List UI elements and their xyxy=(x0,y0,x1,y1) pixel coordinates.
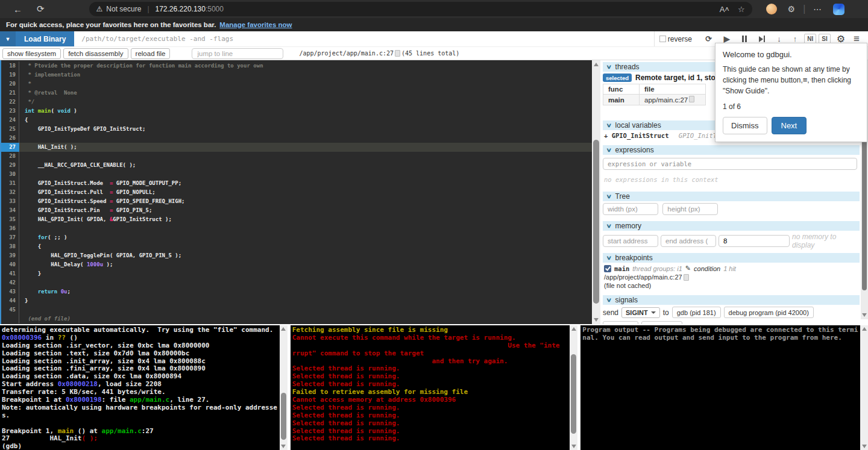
back-icon[interactable]: ← xyxy=(13,4,22,14)
line-number[interactable]: 26 xyxy=(1,134,19,143)
line-number[interactable]: 34 xyxy=(1,206,19,215)
scroll-down-arrow[interactable] xyxy=(862,445,867,448)
breakpoints-section-header[interactable]: ∨ breakpoints xyxy=(603,253,860,263)
scroll-thumb[interactable] xyxy=(862,118,867,290)
program-output-console[interactable]: Program output -- Programs being debugge… xyxy=(580,325,860,450)
scroll-up-arrow[interactable] xyxy=(281,327,286,331)
memory-section-header[interactable]: ∨ memory xyxy=(603,221,860,231)
line-number[interactable]: 41 xyxy=(1,269,19,278)
tree-section-header[interactable]: ∨ Tree xyxy=(603,192,860,201)
scroll-thumb[interactable] xyxy=(593,140,599,304)
memory-bytes-input[interactable] xyxy=(719,235,790,247)
load-binary-button[interactable]: Load Binary xyxy=(16,31,74,46)
line-number[interactable]: 44 xyxy=(1,296,19,305)
edit-condition-icon[interactable]: ✎ xyxy=(685,264,691,272)
dismiss-button[interactable]: Dismiss xyxy=(723,117,767,134)
gdb-console-scrollbar[interactable] xyxy=(280,325,288,450)
restart-icon[interactable]: ⟳ xyxy=(705,34,712,43)
line-number[interactable]: 28 xyxy=(1,152,19,161)
source-scrollbar[interactable] xyxy=(592,60,600,324)
line-number[interactable]: 20 xyxy=(1,80,19,89)
read-aloud-icon[interactable]: A˄ xyxy=(720,5,729,14)
line-number[interactable]: 38 xyxy=(1,242,19,251)
copilot-icon[interactable] xyxy=(833,4,844,15)
binary-path-input[interactable] xyxy=(74,31,654,46)
signals-section-header[interactable]: ∨ signals xyxy=(603,295,860,305)
jump-to-line-input[interactable] xyxy=(192,48,283,59)
line-number[interactable]: 33 xyxy=(1,197,19,206)
pause-icon[interactable] xyxy=(742,36,747,42)
line-number[interactable]: 32 xyxy=(1,188,19,197)
send-to-program-button[interactable]: debug program (pid 42000) xyxy=(724,307,814,318)
breakpoint-condition-link[interactable]: condition xyxy=(694,265,720,272)
manage-favorites-link[interactable]: Manage favorites now xyxy=(219,21,292,28)
gdb-console[interactable]: determining executable automatically. Tr… xyxy=(0,325,280,450)
signal-select[interactable]: SIGINT xyxy=(621,307,660,318)
line-number[interactable]: 37 xyxy=(1,233,19,242)
address-bar[interactable]: ⚠ Not secure | 172.26.220.130 :5000 A˄ ☆ xyxy=(89,2,752,16)
line-number[interactable]: 31 xyxy=(1,179,19,188)
breakpoint-checkbox[interactable] xyxy=(604,265,611,272)
line-number[interactable]: 42 xyxy=(1,278,19,287)
reload-file-button[interactable]: reload file xyxy=(131,48,171,59)
scroll-thumb[interactable] xyxy=(571,354,576,434)
show-filesystem-button[interactable]: show filesystem xyxy=(2,48,61,59)
line-number[interactable]: 39 xyxy=(1,251,19,260)
copy-breakpoint-path-icon[interactable] xyxy=(684,274,689,281)
favorite-star-icon[interactable]: ☆ xyxy=(738,5,745,14)
memory-start-input[interactable] xyxy=(603,235,658,247)
next-button[interactable]: Next xyxy=(772,117,807,134)
fetch-disassembly-button[interactable]: fetch disassembly xyxy=(63,48,128,59)
line-number[interactable]: 18 xyxy=(1,61,19,70)
table-row[interactable]: main app/main.c:27 xyxy=(603,95,706,105)
line-number[interactable]: 22 xyxy=(1,98,19,107)
refresh-icon[interactable]: ⟳ xyxy=(37,4,45,14)
scroll-down-arrow[interactable] xyxy=(281,445,286,448)
scroll-down-arrow[interactable] xyxy=(571,445,576,448)
memory-end-input[interactable] xyxy=(661,235,716,247)
other-pid-button[interactable]: other pid xyxy=(603,321,638,324)
step-out-icon[interactable]: ↑ xyxy=(793,34,797,43)
line-number[interactable]: 24 xyxy=(1,116,19,125)
scroll-down-arrow[interactable] xyxy=(594,318,599,322)
line-number[interactable]: 27 xyxy=(1,143,19,152)
line-number[interactable]: 23 xyxy=(1,107,19,116)
expand-icon[interactable]: + xyxy=(604,132,608,139)
line-number[interactable]: 43 xyxy=(1,287,19,296)
scroll-up-arrow[interactable] xyxy=(594,63,599,66)
profile-avatar[interactable] xyxy=(766,4,777,14)
extensions-icon[interactable]: ⚙ xyxy=(788,4,796,14)
reverse-checkbox[interactable] xyxy=(659,36,666,42)
browser-menu-icon[interactable]: ⋯ xyxy=(813,4,822,14)
line-number[interactable]: 35 xyxy=(1,215,19,224)
assembly-console[interactable]: Fetching assembly since file is missingC… xyxy=(291,325,570,450)
load-binary-dropdown-caret[interactable]: ▼ xyxy=(0,31,16,46)
line-number[interactable]: 30 xyxy=(1,170,19,179)
selected-badge[interactable]: selected xyxy=(603,73,632,82)
line-number[interactable]: 36 xyxy=(1,224,19,233)
line-number[interactable]: 19 xyxy=(1,70,19,80)
tree-height-input[interactable] xyxy=(662,203,718,215)
scroll-down-arrow[interactable] xyxy=(862,313,867,317)
tree-width-input[interactable] xyxy=(603,203,658,215)
continue-icon[interactable]: ▶ xyxy=(724,34,730,43)
send-to-gdb-button[interactable]: gdb (pid 181) xyxy=(672,307,721,318)
line-number[interactable]: 29 xyxy=(1,161,19,170)
expression-input[interactable] xyxy=(603,158,857,170)
expressions-section-header[interactable]: ∨ expressions xyxy=(603,145,860,155)
program-output-scrollbar[interactable] xyxy=(860,325,868,450)
line-number[interactable]: 40 xyxy=(1,260,19,269)
assembly-console-scrollbar[interactable] xyxy=(570,325,577,450)
security-label[interactable]: Not secure xyxy=(106,5,141,13)
thread-file-cell[interactable]: app/main.c:27 xyxy=(640,95,706,105)
line-number[interactable]: 45 xyxy=(1,305,19,314)
copy-path-icon[interactable] xyxy=(395,50,400,57)
copy-file-icon[interactable] xyxy=(689,96,694,102)
scroll-up-arrow[interactable] xyxy=(862,327,867,331)
line-number[interactable]: 21 xyxy=(1,89,19,98)
scroll-thumb[interactable] xyxy=(281,393,286,440)
step-into-icon[interactable]: ↓ xyxy=(777,34,781,43)
scroll-up-arrow[interactable] xyxy=(571,327,576,331)
thread-func-cell[interactable]: main xyxy=(603,95,640,105)
next-over-icon[interactable] xyxy=(759,36,766,42)
